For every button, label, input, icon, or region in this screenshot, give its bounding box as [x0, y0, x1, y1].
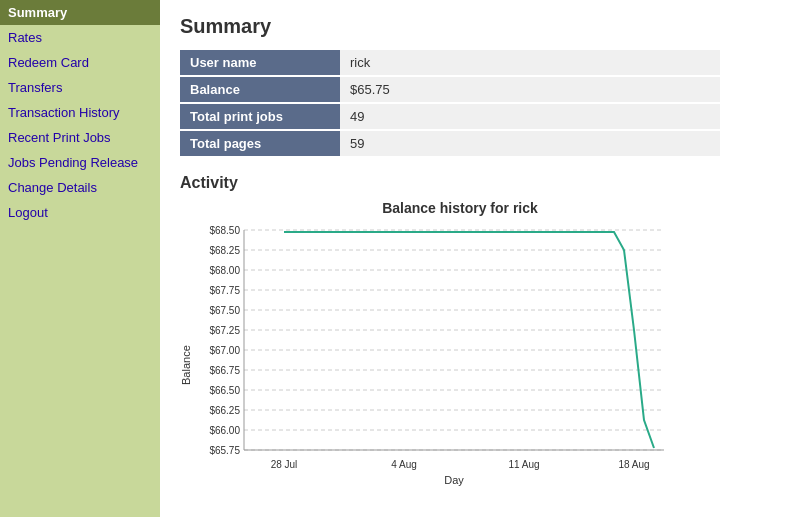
chart-title: Balance history for rick [180, 200, 740, 216]
table-cell-label: Balance [180, 76, 340, 103]
table-row: User namerick [180, 50, 720, 76]
svg-text:$68.00: $68.00 [209, 265, 240, 276]
table-cell-label: Total print jobs [180, 103, 340, 130]
sidebar-item-recent-print-jobs[interactable]: Recent Print Jobs [0, 125, 160, 150]
table-row: Total pages59 [180, 130, 720, 157]
summary-table: User namerickBalance$65.75Total print jo… [180, 50, 720, 158]
svg-text:$66.00: $66.00 [209, 425, 240, 436]
sidebar-item-rates[interactable]: Rates [0, 25, 160, 50]
sidebar-item-jobs-pending-release[interactable]: Jobs Pending Release [0, 150, 160, 175]
table-cell-value: 59 [340, 130, 720, 157]
chart-svg: $68.50 $68.25 $68.00 $67.75 $67.50 $67.2… [194, 220, 684, 490]
svg-text:$68.25: $68.25 [209, 245, 240, 256]
activity-title: Activity [180, 174, 769, 192]
svg-text:$66.25: $66.25 [209, 405, 240, 416]
chart-container: Balance history for rick Balance [180, 200, 740, 490]
svg-text:$67.75: $67.75 [209, 285, 240, 296]
svg-text:28 Jul: 28 Jul [271, 459, 298, 470]
svg-text:11 Aug: 11 Aug [508, 459, 539, 470]
svg-text:$65.75: $65.75 [209, 445, 240, 456]
table-cell-label: User name [180, 50, 340, 76]
sidebar-item-redeem-card[interactable]: Redeem Card [0, 50, 160, 75]
chart-ylabel: Balance [180, 220, 192, 490]
svg-text:$67.50: $67.50 [209, 305, 240, 316]
svg-text:$66.50: $66.50 [209, 385, 240, 396]
sidebar-item-transaction-history[interactable]: Transaction History [0, 100, 160, 125]
svg-text:$68.50: $68.50 [209, 225, 240, 236]
sidebar-item-logout[interactable]: Logout [0, 200, 160, 225]
svg-text:$66.75: $66.75 [209, 365, 240, 376]
page-title: Summary [180, 15, 769, 38]
svg-text:$67.00: $67.00 [209, 345, 240, 356]
svg-text:Day: Day [444, 474, 464, 486]
table-cell-value: rick [340, 50, 720, 76]
chart-wrap: Balance [180, 220, 740, 490]
sidebar-item-transfers[interactable]: Transfers [0, 75, 160, 100]
chart-inner: $68.50 $68.25 $68.00 $67.75 $67.50 $67.2… [194, 220, 740, 490]
sidebar-item-change-details[interactable]: Change Details [0, 175, 160, 200]
table-cell-value: 49 [340, 103, 720, 130]
main-content: Summary User namerickBalance$65.75Total … [160, 0, 789, 517]
table-cell-value: $65.75 [340, 76, 720, 103]
svg-text:4 Aug: 4 Aug [391, 459, 417, 470]
table-row: Balance$65.75 [180, 76, 720, 103]
sidebar-header: Summary [0, 0, 160, 25]
table-cell-label: Total pages [180, 130, 340, 157]
table-row: Total print jobs49 [180, 103, 720, 130]
sidebar: Summary Rates Redeem Card Transfers Tran… [0, 0, 160, 517]
svg-text:$67.25: $67.25 [209, 325, 240, 336]
svg-text:18 Aug: 18 Aug [618, 459, 649, 470]
